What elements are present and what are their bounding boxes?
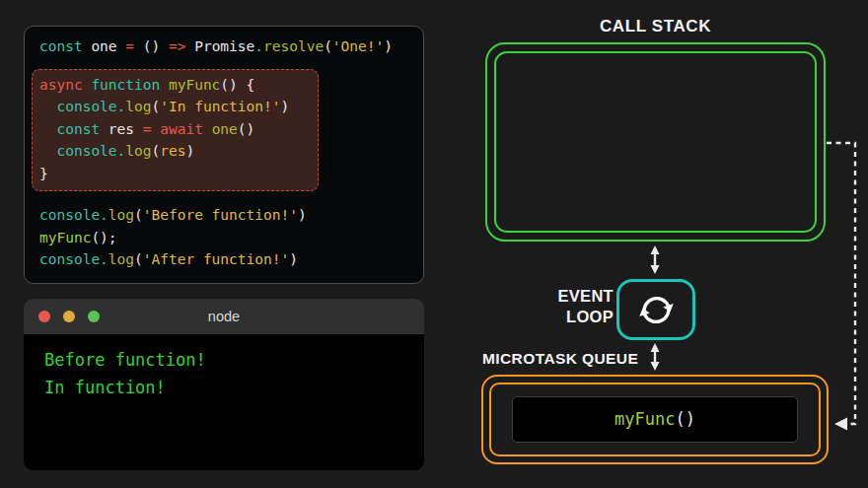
code-token: 'Before function!': [143, 207, 298, 223]
loop-queue-arrow-up: [651, 343, 660, 352]
code-token: log: [125, 143, 151, 159]
code-line: console.log('After function!'): [39, 248, 423, 271]
code-token: (: [134, 207, 143, 223]
microtask-queue-inner-box: myFunc(): [489, 383, 821, 456]
terminal-title: node: [24, 309, 424, 324]
code-token: resolve: [263, 38, 324, 54]
code-token: .: [117, 99, 126, 114]
code-token: }: [39, 166, 48, 181]
code-token: one: [83, 38, 126, 54]
event-loop-diagram: const one = () => Promise.resolve('One!'…: [0, 0, 868, 488]
event-loop-box: [616, 279, 695, 340]
code-token: (: [324, 38, 332, 54]
code-token: (: [152, 143, 161, 159]
code-lines-bottom: console.log('Before function!')myFunc();…: [39, 204, 423, 271]
code-token: function: [91, 77, 160, 93]
code-line: async function myFunc() {: [39, 74, 318, 97]
code-line: const one = () => Promise.resolve('One!'…: [39, 35, 423, 58]
code-token: Promise: [185, 38, 254, 54]
terminal-window: node Before function!In function!: [24, 299, 424, 470]
code-token: myFunc: [39, 230, 91, 245]
code-line: }: [39, 163, 318, 185]
code-token: [160, 77, 169, 93]
code-token: 'In function!': [160, 99, 280, 114]
terminal-line: In function!: [44, 374, 424, 401]
code-token: [203, 121, 212, 137]
stack-loop-arrow-up: [651, 245, 660, 254]
terminal-titlebar: node: [24, 299, 424, 334]
code-token: (): [238, 121, 254, 137]
code-token: console: [56, 99, 116, 114]
code-token: [39, 121, 56, 137]
code-token: .: [117, 143, 126, 159]
code-token: res: [100, 121, 143, 137]
code-token: const: [39, 38, 83, 54]
event-loop-label-line2: LOOP: [533, 307, 614, 327]
code-token: log: [108, 207, 134, 223]
code-token: ): [384, 38, 393, 54]
code-token: console: [39, 251, 100, 267]
code-token: one: [212, 121, 238, 137]
code-token: [39, 99, 56, 114]
event-loop-label: EVENT LOOP: [533, 286, 614, 327]
code-token: 'After function!': [143, 251, 289, 267]
queue-item-myfunc: myFunc(): [512, 396, 798, 443]
code-token: (: [152, 99, 161, 114]
code-token: .: [100, 251, 108, 267]
stack-to-queue-arrowhead: [834, 418, 847, 431]
code-token: 'One!': [332, 38, 384, 54]
code-token: const: [56, 121, 100, 137]
code-token: async: [39, 77, 83, 93]
code-token: myFunc: [169, 77, 220, 93]
code-token: (): [134, 38, 169, 54]
code-token: [39, 143, 56, 159]
code-line: console.log('Before function!'): [39, 204, 423, 227]
code-token: log: [125, 99, 151, 114]
highlighted-async-function-block: async function myFunc() { console.log('I…: [32, 69, 319, 192]
loop-queue-arrow-down: [651, 362, 660, 371]
code-line: myFunc(): [615, 408, 695, 431]
code-token: =: [143, 121, 152, 137]
code-line: console.log('In function!'): [39, 96, 318, 118]
code-token: =: [125, 38, 134, 54]
code-token: ): [280, 99, 289, 114]
code-line: console.log(res): [39, 140, 318, 163]
code-editor-panel: const one = () => Promise.resolve('One!'…: [24, 26, 424, 284]
code-token: [152, 121, 161, 137]
terminal-output: Before function!In function!: [24, 334, 424, 401]
code-line: myFunc();: [39, 227, 423, 249]
call-stack-inner-box: [494, 51, 817, 233]
code-token: =>: [169, 38, 185, 54]
code-token: console: [56, 143, 116, 159]
stack-to-queue-dashed-line: [827, 143, 855, 424]
code-token: ): [298, 207, 307, 223]
code-token: ): [289, 251, 298, 267]
call-stack-box: [485, 42, 826, 242]
code-token: .: [100, 207, 108, 223]
code-token: .: [254, 38, 263, 54]
code-token: ): [185, 143, 194, 159]
code-token: ();: [91, 230, 116, 245]
microtask-queue-box: myFunc(): [481, 375, 829, 464]
code-token: log: [108, 251, 134, 267]
code-token: () {: [220, 77, 254, 93]
code-token: myFunc: [615, 409, 675, 429]
call-stack-label: CALL STACK: [485, 17, 826, 36]
code-lines-top: const one = () => Promise.resolve('One!'…: [39, 35, 423, 58]
code-token: res: [160, 143, 185, 159]
code-line: const res = await one(): [39, 118, 318, 141]
stack-loop-arrow-down: [651, 265, 660, 274]
terminal-line: Before function!: [44, 346, 424, 374]
code-token: (: [134, 251, 143, 267]
code-token: console: [39, 207, 100, 223]
event-loop-label-line1: EVENT: [533, 286, 614, 307]
refresh-loop-icon: [633, 287, 680, 333]
microtask-queue-label: MICROTASK QUEUE: [482, 350, 638, 368]
code-token: await: [160, 121, 203, 137]
code-token: (): [675, 409, 694, 429]
